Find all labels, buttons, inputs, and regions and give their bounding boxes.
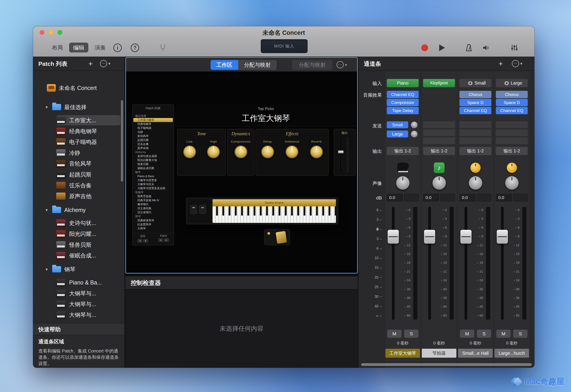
plugin-patch-item[interactable]: 催眠合成贝斯 (133, 166, 173, 170)
pan-knob[interactable] (396, 176, 410, 190)
empty-send-slot[interactable] (459, 121, 491, 128)
plugin-patch-item[interactable]: Alchemy (133, 150, 173, 154)
plugin-patch-item[interactable]: 大钢琴与弦乐 (133, 182, 173, 186)
metronome-icon[interactable] (464, 43, 473, 52)
keyboard-keys[interactable] (213, 206, 336, 223)
pan-knob[interactable] (432, 176, 446, 190)
plugin-patch-item[interactable]: 最佳选择 (133, 114, 173, 118)
channel-strips-horizontal-scrollbar[interactable] (361, 363, 532, 366)
effect-slot[interactable]: Space D (459, 99, 491, 106)
volume-value[interactable]: 0.0 (459, 194, 475, 202)
patch-item[interactable]: 大钢琴与... (33, 299, 125, 309)
plugin-patch-item[interactable]: 阳光闪耀着大地 (133, 158, 173, 162)
plugin-patch-item[interactable]: 弦乐合奏 (133, 142, 173, 146)
fader-thumb[interactable] (424, 230, 435, 244)
settings-next-button[interactable]: ▸ (143, 239, 148, 243)
patch-item[interactable]: 阳光闪耀... (33, 229, 125, 239)
settings-prev-button[interactable]: ◂ (137, 239, 142, 243)
mode-perform[interactable]: 演奏 (91, 43, 110, 52)
patch-item-selected[interactable]: 工作室大... (33, 115, 125, 126)
help-icon[interactable]: ? (131, 44, 139, 52)
patch-item[interactable]: 音轮风琴 (33, 158, 125, 169)
send-level-knob[interactable] (411, 122, 417, 128)
effect-slot[interactable]: Compressor (387, 99, 419, 106)
patch-item[interactable]: 催眠合成... (33, 250, 125, 261)
disclosure-triangle-icon[interactable]: ▾ (45, 267, 52, 272)
plugin-patch-item[interactable]: 经典摇滚风琴 (133, 218, 173, 222)
output-button[interactable]: 输出 1-2 (387, 147, 419, 155)
gain-value-box[interactable] (441, 194, 455, 202)
keyboard-switch[interactable] (190, 205, 197, 214)
plugin-patch-item[interactable]: 史诗勾状合成器 (133, 154, 173, 158)
master-volume-icon[interactable] (482, 43, 491, 52)
tuner-icon[interactable] (158, 43, 167, 52)
plugin-patch-item[interactable]: 奢华现代 (133, 202, 173, 206)
gain-value-box[interactable] (404, 194, 419, 202)
patch-item[interactable]: Piano & Ba... (33, 277, 125, 288)
plugin-patch-item[interactable]: 起跳贝斯 (133, 138, 173, 142)
pedal-foot[interactable] (276, 231, 287, 244)
delay-knob[interactable] (261, 145, 274, 159)
empty-send-slot[interactable] (459, 137, 491, 144)
effect-slot[interactable]: Channel EQ (387, 91, 419, 98)
pan-knob[interactable] (505, 176, 519, 190)
patch-list-scrollbar[interactable] (121, 100, 123, 182)
output-button[interactable]: 输出 1-2 (423, 147, 455, 155)
channel-name[interactable]: Large...hurch (495, 349, 529, 358)
folder-row-piano[interactable]: ▾ 钢琴 (33, 264, 125, 275)
patch-item[interactable]: 原声吉他 (33, 191, 125, 202)
plugin-output-fader-thumb[interactable] (338, 151, 343, 153)
disclosure-triangle-icon[interactable]: ▾ (45, 207, 52, 213)
patch-item[interactable]: 弦乐合奏 (33, 180, 125, 191)
workspace-action-menu[interactable]: ⋯ ▾ (337, 61, 347, 68)
plugin-patch-item[interactable]: 原声吉他 (133, 146, 173, 150)
send-slot[interactable]: Large (387, 131, 408, 137)
plugin-patch-item[interactable]: 怪兽贝斯 (133, 162, 173, 166)
record-button[interactable] (420, 43, 429, 52)
plugin-patch-item[interactable]: 音轮风琴 (133, 134, 173, 138)
high-knob[interactable] (207, 145, 220, 159)
patch-item[interactable]: 电子嗡鸣器 (33, 137, 125, 147)
play-button[interactable] (438, 43, 446, 52)
low-knob[interactable] (183, 145, 196, 159)
disclosure-triangle-icon[interactable]: ▾ (45, 104, 52, 110)
tab-workspace[interactable]: 工作区 (211, 60, 238, 70)
plugin-patch-item[interactable]: Piano & Bass (133, 174, 173, 178)
plugin-patch-item[interactable]: 电钢琴 (133, 190, 173, 194)
solo-button[interactable]: S (513, 330, 528, 338)
mute-button[interactable]: M (496, 330, 511, 338)
mixer-icon[interactable] (510, 43, 519, 52)
empty-send-slot[interactable] (459, 130, 491, 136)
plugin-patch-item[interactable]: 沃立舍经典 (133, 206, 173, 210)
plugin-patch-item[interactable]: 经典手提箱 Mk IV (133, 198, 173, 202)
mode-edit[interactable]: 编辑 (69, 43, 88, 52)
keyboard-switch[interactable] (199, 205, 206, 214)
concert-row[interactable]: 未命名 Concert (33, 83, 125, 93)
tab-assignments-disabled[interactable]: 分配与映射 (292, 60, 332, 70)
plugin-patch-item[interactable]: 比波普风琴 (133, 222, 173, 226)
tab-assignments[interactable]: 分配与映射 (238, 60, 277, 70)
fader-thumb[interactable] (497, 230, 508, 244)
empty-send-slot[interactable] (496, 121, 528, 128)
patch-item[interactable]: 怪兽贝斯 (33, 239, 125, 250)
volume-value[interactable]: 0.0 (387, 194, 403, 202)
volume-value[interactable]: 0.0 (423, 194, 439, 202)
mute-button[interactable]: M (460, 330, 474, 338)
input-button[interactable]: Small (459, 79, 491, 87)
folder-row-best[interactable]: ▾ 最佳选择 (33, 102, 125, 113)
channel-name[interactable]: 节拍器 (422, 349, 456, 358)
input-button[interactable]: Klopfgeist (423, 79, 455, 87)
plugin-patch-item[interactable]: 大钢琴与背景音 (133, 178, 173, 182)
fader-thumb[interactable] (460, 230, 471, 244)
plugin-patch-item[interactable]: 沃立舍现代 (133, 210, 173, 214)
add-patch-button[interactable]: + (86, 59, 95, 68)
patch-item[interactable]: 起跳贝斯 (33, 169, 125, 180)
volume-value[interactable]: 0.0 (496, 194, 512, 202)
plugin-patch-item[interactable]: 冷静 (133, 130, 173, 134)
output-button[interactable]: 输出 1-2 (459, 147, 491, 155)
compression-knob[interactable] (234, 145, 247, 159)
plugin-patch-item[interactable]: 风琴 (133, 214, 173, 218)
effect-slot[interactable]: Space D (496, 99, 528, 106)
solo-button[interactable]: S (404, 330, 418, 338)
mode-layout[interactable]: 布局 (48, 43, 67, 52)
